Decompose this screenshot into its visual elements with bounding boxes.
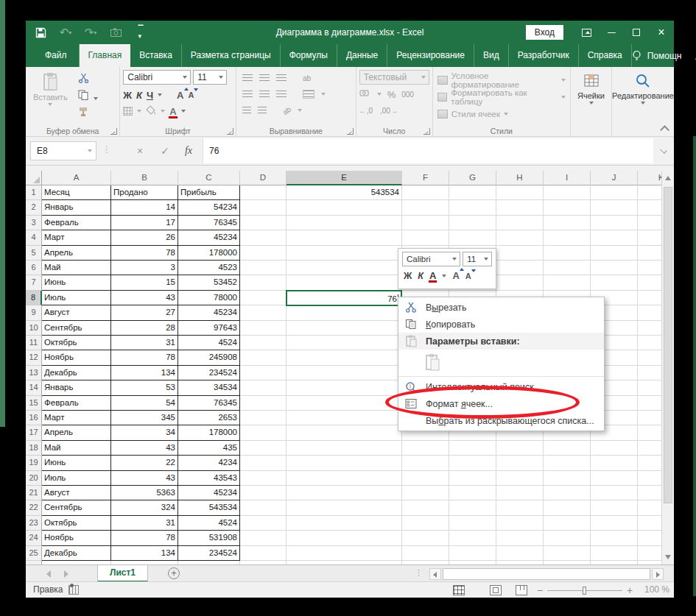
cell[interactable]: 34534 xyxy=(178,380,240,395)
styles-button[interactable]: Стили ячеек xyxy=(437,107,566,121)
cell[interactable] xyxy=(544,216,591,230)
borders-icon[interactable] xyxy=(123,107,133,116)
mini-italic-button[interactable]: К xyxy=(418,271,423,281)
cell[interactable] xyxy=(638,531,661,545)
paste-option-button[interactable] xyxy=(398,350,604,375)
cell[interactable] xyxy=(287,396,402,411)
menu-item[interactable]: Формат ячеек... xyxy=(398,395,604,412)
cell[interactable]: Месяц xyxy=(42,185,111,200)
zoom-level[interactable]: 100 % xyxy=(644,584,669,595)
cell[interactable] xyxy=(240,216,287,230)
cell[interactable]: Сентябрь xyxy=(42,500,111,515)
cell[interactable] xyxy=(496,216,544,230)
cell[interactable] xyxy=(638,516,661,531)
cell[interactable] xyxy=(402,200,449,215)
cell[interactable] xyxy=(591,200,638,215)
cell[interactable] xyxy=(638,230,661,245)
cell[interactable] xyxy=(287,366,402,380)
cell[interactable]: 28 xyxy=(111,321,178,336)
row-header[interactable]: 4 xyxy=(26,230,42,245)
cell[interactable] xyxy=(287,486,402,500)
cell[interactable] xyxy=(638,336,661,350)
cell[interactable] xyxy=(449,456,496,470)
cell[interactable]: Июнь xyxy=(42,456,111,470)
cell[interactable] xyxy=(591,441,638,456)
cell[interactable] xyxy=(638,500,661,515)
row-header[interactable]: 22 xyxy=(26,500,42,515)
align-top-icon[interactable] xyxy=(242,74,253,82)
cell[interactable] xyxy=(544,516,591,531)
cell[interactable] xyxy=(544,441,591,456)
cell[interactable] xyxy=(591,185,638,200)
ribbon-tab[interactable]: Формулы xyxy=(281,44,337,67)
cell[interactable] xyxy=(240,425,287,440)
cell[interactable] xyxy=(496,261,544,275)
cell[interactable] xyxy=(287,216,402,230)
column-header[interactable]: E xyxy=(287,171,402,185)
vertical-scroll-thumb[interactable] xyxy=(664,187,672,503)
undo-icon[interactable]: ↶▾ xyxy=(58,25,73,40)
mini-font-size-select[interactable]: 11 xyxy=(463,252,492,266)
assistant-label[interactable]: Помощн xyxy=(647,51,682,61)
cell[interactable] xyxy=(240,185,287,200)
cell[interactable] xyxy=(287,230,402,245)
cell[interactable] xyxy=(496,500,544,515)
cell[interactable] xyxy=(240,350,287,365)
save-icon[interactable] xyxy=(33,25,48,40)
cell[interactable] xyxy=(591,486,638,500)
column-header[interactable]: A xyxy=(42,171,111,185)
ribbon-tab[interactable]: Справка xyxy=(579,44,632,67)
cell[interactable] xyxy=(287,200,402,215)
cell[interactable] xyxy=(402,216,449,230)
cell[interactable] xyxy=(544,200,591,215)
cell[interactable]: Август xyxy=(42,486,111,500)
cell[interactable] xyxy=(591,230,638,245)
formula-bar-splitter[interactable]: ⋮ xyxy=(102,144,111,155)
cell[interactable]: 54 xyxy=(111,396,178,411)
align-bottom-icon[interactable] xyxy=(276,74,287,82)
align-right-icon[interactable] xyxy=(276,91,287,98)
cancel-icon[interactable]: × xyxy=(130,141,150,160)
cell[interactable] xyxy=(591,546,638,561)
cell[interactable]: 97643 xyxy=(178,321,240,336)
cell[interactable] xyxy=(449,500,496,515)
cell[interactable]: 43 xyxy=(111,471,178,486)
cell[interactable] xyxy=(544,546,591,561)
number-format-select[interactable]: Текстовый xyxy=(359,70,429,85)
zoom-in-icon[interactable]: + xyxy=(627,584,633,596)
cell[interactable]: 435 xyxy=(178,441,240,456)
cell[interactable]: Январь xyxy=(42,380,111,395)
cell[interactable] xyxy=(544,246,591,261)
cell[interactable] xyxy=(287,321,402,336)
row-header[interactable]: 17 xyxy=(26,425,42,440)
cell[interactable] xyxy=(544,230,591,245)
cell[interactable] xyxy=(638,216,661,230)
cell[interactable]: 324 xyxy=(111,500,178,515)
cell[interactable] xyxy=(240,546,287,561)
cell[interactable]: 53452 xyxy=(178,275,240,290)
cell[interactable] xyxy=(544,500,591,515)
cell[interactable] xyxy=(638,546,661,561)
horizontal-scroll-thumb[interactable] xyxy=(443,568,650,580)
mini-shrink-font-button[interactable]: А xyxy=(465,272,471,280)
sign-in-button[interactable]: Вход xyxy=(526,25,563,40)
cell[interactable] xyxy=(638,200,661,215)
cell[interactable]: 31 xyxy=(111,336,178,350)
cell[interactable]: Август xyxy=(42,305,111,320)
scroll-down-icon[interactable] xyxy=(665,555,671,559)
minimize-button[interactable] xyxy=(599,21,624,44)
cell[interactable] xyxy=(496,486,544,500)
shrink-font-button[interactable]: А xyxy=(189,91,194,99)
cell[interactable]: Февраль xyxy=(42,216,111,230)
macro-record-icon[interactable] xyxy=(68,585,79,595)
cell[interactable] xyxy=(287,471,402,486)
cell[interactable] xyxy=(638,471,661,486)
active-cell[interactable]: 76 xyxy=(286,290,402,306)
cell[interactable] xyxy=(287,246,402,261)
cell[interactable] xyxy=(544,456,591,470)
cell[interactable]: Прибыль xyxy=(178,185,240,200)
cell[interactable]: 245908 xyxy=(178,350,240,365)
cell[interactable] xyxy=(240,396,287,411)
cell[interactable] xyxy=(638,425,661,440)
cell[interactable] xyxy=(449,531,496,545)
